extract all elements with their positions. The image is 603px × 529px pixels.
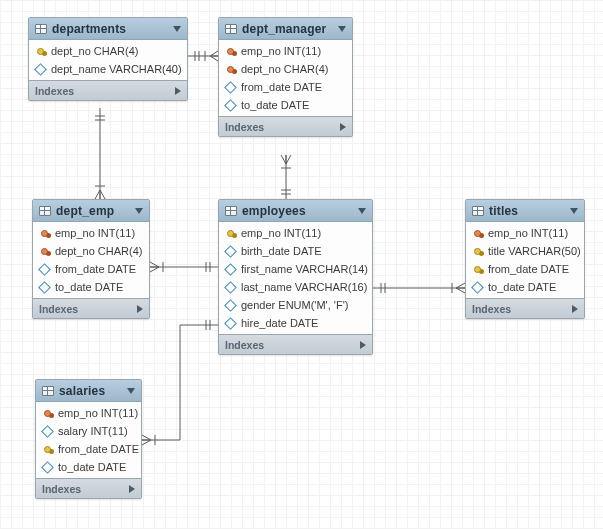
table-header[interactable]: salaries	[36, 380, 141, 402]
column-label: gender ENUM('M', 'F')	[241, 299, 348, 311]
column-label: to_date DATE	[55, 281, 123, 293]
column-icon	[225, 264, 236, 275]
table-header[interactable]: employees	[219, 200, 372, 222]
chevron-down-icon[interactable]	[570, 208, 578, 214]
column-row[interactable]: from_date DATE	[219, 78, 352, 96]
column-row[interactable]: last_name VARCHAR(16)	[219, 278, 372, 296]
table-header[interactable]: dept_emp	[33, 200, 149, 222]
table-header[interactable]: dept_manager	[219, 18, 352, 40]
table-icon	[42, 386, 54, 396]
table-titles[interactable]: titlesemp_no INT(11)title VARCHAR(50)fro…	[465, 199, 585, 319]
foreign-key-icon	[39, 228, 50, 239]
column-label: emp_no INT(11)	[55, 227, 135, 239]
table-header[interactable]: titles	[466, 200, 584, 222]
indexes-label: Indexes	[35, 85, 74, 97]
foreign-key-icon	[225, 46, 236, 57]
column-row[interactable]: emp_no INT(11)	[466, 224, 584, 242]
column-icon	[39, 282, 50, 293]
table-icon	[39, 206, 51, 216]
column-label: emp_no INT(11)	[241, 227, 321, 239]
column-label: first_name VARCHAR(14)	[241, 263, 368, 275]
column-icon	[42, 462, 53, 473]
chevron-right-icon	[360, 341, 366, 349]
column-icon	[225, 318, 236, 329]
column-icon	[225, 282, 236, 293]
chevron-down-icon[interactable]	[358, 208, 366, 214]
indexes-section[interactable]: Indexes	[219, 116, 352, 136]
indexes-section[interactable]: Indexes	[36, 478, 141, 498]
table-icon	[35, 24, 47, 34]
table-title: dept_manager	[242, 22, 333, 36]
column-row[interactable]: emp_no INT(11)	[219, 224, 372, 242]
column-icon	[39, 264, 50, 275]
column-icon	[225, 82, 236, 93]
table-title: salaries	[59, 384, 122, 398]
column-icon	[42, 426, 53, 437]
column-row[interactable]: emp_no INT(11)	[33, 224, 149, 242]
primary-key-icon	[42, 444, 53, 455]
foreign-key-icon	[39, 246, 50, 257]
primary-key-icon	[472, 246, 483, 257]
column-label: to_date DATE	[58, 461, 126, 473]
indexes-section[interactable]: Indexes	[219, 334, 372, 354]
column-label: from_date DATE	[488, 263, 569, 275]
table-title: titles	[489, 204, 565, 218]
column-row[interactable]: dept_no CHAR(4)	[219, 60, 352, 78]
indexes-section[interactable]: Indexes	[466, 298, 584, 318]
column-row[interactable]: birth_date DATE	[219, 242, 372, 260]
column-row[interactable]: dept_no CHAR(4)	[33, 242, 149, 260]
column-row[interactable]: salary INT(11)	[36, 422, 141, 440]
chevron-down-icon[interactable]	[173, 26, 181, 32]
column-icon	[472, 282, 483, 293]
column-row[interactable]: to_date DATE	[466, 278, 584, 296]
table-header[interactable]: departments	[29, 18, 187, 40]
chevron-down-icon[interactable]	[338, 26, 346, 32]
chevron-right-icon	[129, 485, 135, 493]
table-icon	[225, 24, 237, 34]
column-label: dept_no CHAR(4)	[241, 63, 328, 75]
column-row[interactable]: dept_name VARCHAR(40)	[29, 60, 187, 78]
column-label: title VARCHAR(50)	[488, 245, 581, 257]
chevron-right-icon	[175, 87, 181, 95]
table-salaries[interactable]: salariesemp_no INT(11)salary INT(11)from…	[35, 379, 142, 499]
chevron-down-icon[interactable]	[135, 208, 143, 214]
column-row[interactable]: from_date DATE	[36, 440, 141, 458]
chevron-down-icon[interactable]	[127, 388, 135, 394]
foreign-key-icon	[42, 408, 53, 419]
indexes-label: Indexes	[39, 303, 78, 315]
column-label: to_date DATE	[488, 281, 556, 293]
column-row[interactable]: from_date DATE	[466, 260, 584, 278]
column-label: hire_date DATE	[241, 317, 318, 329]
column-row[interactable]: to_date DATE	[219, 96, 352, 114]
columns-list: dept_no CHAR(4)dept_name VARCHAR(40)	[29, 40, 187, 80]
column-label: birth_date DATE	[241, 245, 322, 257]
column-label: from_date DATE	[55, 263, 136, 275]
table-title: employees	[242, 204, 353, 218]
column-label: from_date DATE	[58, 443, 139, 455]
column-row[interactable]: hire_date DATE	[219, 314, 372, 332]
column-row[interactable]: emp_no INT(11)	[36, 404, 141, 422]
indexes-section[interactable]: Indexes	[29, 80, 187, 100]
table-employees[interactable]: employeesemp_no INT(11)birth_date DATEfi…	[218, 199, 373, 355]
table-title: departments	[52, 22, 168, 36]
table-icon	[225, 206, 237, 216]
table-dept-emp[interactable]: dept_empemp_no INT(11)dept_no CHAR(4)fro…	[32, 199, 150, 319]
indexes-section[interactable]: Indexes	[33, 298, 149, 318]
foreign-key-icon	[472, 228, 483, 239]
primary-key-icon	[225, 228, 236, 239]
column-row[interactable]: to_date DATE	[36, 458, 141, 476]
column-icon	[225, 100, 236, 111]
indexes-label: Indexes	[225, 121, 264, 133]
column-row[interactable]: to_date DATE	[33, 278, 149, 296]
column-label: emp_no INT(11)	[58, 407, 138, 419]
column-label: dept_name VARCHAR(40)	[51, 63, 182, 75]
table-dept-manager[interactable]: dept_manageremp_no INT(11)dept_no CHAR(4…	[218, 17, 353, 137]
column-row[interactable]: first_name VARCHAR(14)	[219, 260, 372, 278]
column-row[interactable]: emp_no INT(11)	[219, 42, 352, 60]
primary-key-icon	[472, 264, 483, 275]
column-row[interactable]: gender ENUM('M', 'F')	[219, 296, 372, 314]
column-row[interactable]: title VARCHAR(50)	[466, 242, 584, 260]
column-row[interactable]: dept_no CHAR(4)	[29, 42, 187, 60]
table-departments[interactable]: departmentsdept_no CHAR(4)dept_name VARC…	[28, 17, 188, 101]
column-row[interactable]: from_date DATE	[33, 260, 149, 278]
